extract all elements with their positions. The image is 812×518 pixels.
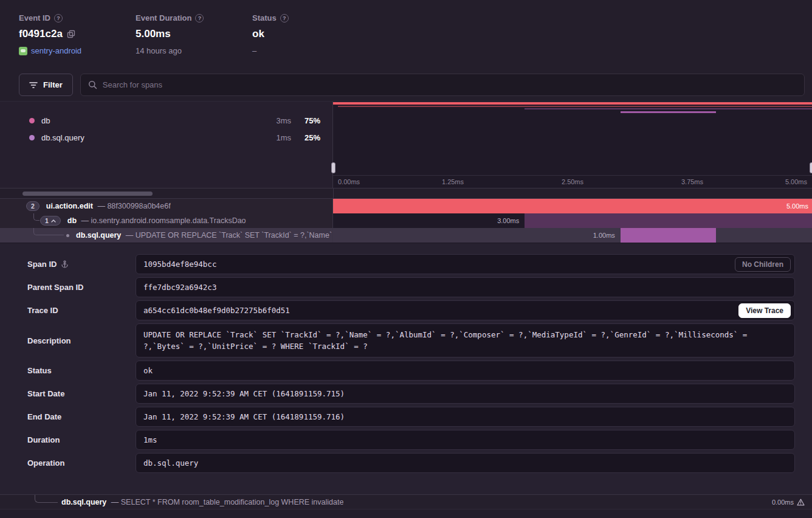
span-id-value: 1095bd4ef8e94bcc No Children [136, 254, 795, 274]
start-date-value: Jan 11, 2022 9:52:39 AM CET (1641891159.… [136, 384, 795, 404]
anchor-icon[interactable] [61, 260, 69, 268]
span-title: db.sql.query — SELECT * FROM room_table_… [61, 498, 343, 506]
detail-row-operation: Operation db.sql.query [27, 453, 795, 473]
minimap-span-db [525, 108, 812, 109]
ops-breakdown-row-db-sql-query[interactable]: db.sql.query 1ms 25% [0, 129, 332, 146]
span-children-badge[interactable]: 2 [26, 201, 40, 211]
project-row: sentry-android [19, 46, 136, 55]
detail-row-end-date: End Date Jan 11, 2022 9:52:39 AM CET (16… [27, 407, 795, 427]
minimap-handle-left[interactable] [331, 162, 335, 173]
description-value: UPDATE OR REPLACE `Track` SET `TrackId` … [136, 323, 795, 357]
event-id-value: f0491c2a [19, 28, 63, 40]
filter-icon [29, 81, 38, 89]
event-duration-label-row: Event Duration [136, 13, 252, 22]
help-icon[interactable] [195, 14, 204, 22]
no-children-button[interactable]: No Children [735, 257, 791, 272]
detail-row-description: Description UPDATE OR REPLACE `Track` SE… [27, 323, 795, 357]
event-id-value-row: f0491c2a [19, 28, 136, 40]
op-percentage: 25% [291, 133, 320, 142]
detail-label-text: Description [27, 331, 71, 351]
axis-tick: 0.00ms [338, 178, 360, 185]
op-name: db.sql.query [41, 133, 262, 142]
duration-text: 1ms [143, 435, 157, 444]
detail-label-text: Duration [27, 430, 60, 450]
help-icon[interactable] [280, 14, 289, 22]
event-id-label-row: Event ID [19, 13, 136, 22]
warning-icon [797, 499, 805, 506]
span-row-tree-cell: db.sql.query — UPDATE OR REPLACE `Track`… [0, 228, 333, 243]
detail-label-text: Start Date [27, 384, 64, 404]
status-sub: – [252, 46, 369, 55]
span-row-db-sql-query-selected[interactable]: db.sql.query — UPDATE OR REPLACE `Track`… [0, 228, 812, 243]
tree-connector [33, 213, 40, 221]
start-date-text: Jan 11, 2022 9:52:39 AM CET (1641891159.… [143, 389, 345, 398]
span-description: — 88f300998a0b4e6f [97, 202, 170, 210]
span-title: ui.action.edit — 88f300998a0b4e6f [46, 202, 171, 210]
view-trace-button[interactable]: View Trace [738, 303, 791, 318]
detail-label-text: Status [27, 361, 52, 381]
span-duration-bar[interactable] [621, 228, 717, 243]
detail-row-start-date: Start Date Jan 11, 2022 9:52:39 AM CET (… [27, 384, 795, 404]
event-duration-ago: 14 hours ago [136, 46, 252, 55]
span-duration-label: 3.00ms [497, 213, 519, 228]
operation-value: db.sql.query [136, 453, 795, 473]
ops-breakdown-row-db[interactable]: db 3ms 75% [0, 112, 332, 129]
trace-id-text: a654cc61dc0b48ef9d0b27275b6f0d51 [143, 306, 290, 315]
detail-label-text: Trace ID [27, 300, 58, 320]
filter-button[interactable]: Filter [19, 74, 73, 96]
search-input[interactable] [103, 80, 797, 89]
span-op: ui.action.edit [46, 202, 93, 210]
tree-connector [33, 228, 64, 235]
span-row-db[interactable]: 1 db — io.sentry.android.roomsample.data… [0, 213, 812, 228]
op-duration: 1ms [262, 133, 291, 142]
detail-label-text: Parent Span ID [27, 277, 83, 297]
project-link[interactable]: sentry-android [31, 46, 81, 55]
event-duration-column: Event Duration 5.00ms 14 hours ago [136, 13, 252, 68]
minimap-handle-right[interactable] [810, 162, 812, 173]
minimap-section: db 3ms 75% db.sql.query 1ms 25% 0.00ms 1… [0, 101, 812, 188]
span-row-ui-action-edit[interactable]: 2 ui.action.edit — 88f300998a0b4e6f 5.00… [0, 199, 812, 213]
horizontal-scrollbar[interactable] [22, 192, 153, 196]
detail-row-parent-span-id: Parent Span ID ffe7dbc92a6942c3 [27, 277, 795, 297]
event-id-label: Event ID [19, 13, 50, 22]
span-op: db.sql.query [76, 231, 121, 240]
parent-span-id-text: ffe7dbc92a6942c3 [143, 283, 216, 292]
detail-row-span-id: Span ID 1095bd4ef8e94bcc No Children [27, 254, 795, 274]
detail-row-duration: Duration 1ms [27, 430, 795, 450]
span-tree: 2 ui.action.edit — 88f300998a0b4e6f 5.00… [0, 199, 812, 243]
span-children-count: 2 [31, 202, 35, 210]
end-date-text: Jan 11, 2022 9:52:39 AM CET (1641891159.… [143, 412, 345, 421]
search-icon [88, 80, 97, 89]
minimap-span-db-sql-query [621, 111, 717, 113]
axis-tick: 3.75ms [681, 178, 703, 185]
help-icon[interactable] [54, 14, 63, 22]
span-id-text: 1095bd4ef8e94bcc [143, 260, 216, 269]
span-duration-bar[interactable]: 5.00ms [333, 199, 812, 213]
status-value: ok [136, 361, 795, 381]
parent-span-id-value: ffe7dbc92a6942c3 [136, 277, 795, 297]
detail-label: Span ID [27, 254, 136, 274]
span-op: db [67, 216, 77, 225]
detail-label-text: End Date [27, 407, 61, 427]
duration-value: 1ms [136, 430, 795, 450]
span-duration-label: 0.00ms [772, 499, 794, 506]
scroll-strip [0, 188, 812, 199]
op-percentage: 75% [291, 116, 320, 125]
status-column: Status ok – [252, 13, 369, 68]
description-text: UPDATE OR REPLACE `Track` SET `TrackId` … [143, 329, 787, 352]
span-children-badge[interactable]: 1 [40, 216, 61, 226]
span-description: — io.sentry.android.roomsample.data.Trac… [81, 216, 246, 225]
minimap-span-ui-action-child [338, 106, 812, 107]
span-row-bar-cell: 5.00ms [333, 199, 812, 213]
span-row-db-sql-query-select[interactable]: db.sql.query — SELECT * FROM room_table_… [0, 494, 812, 509]
op-duration: 3ms [262, 116, 291, 125]
span-duration-bar[interactable] [525, 213, 812, 228]
span-row-bar-cell: 1.00ms [333, 228, 812, 243]
tree-connector [35, 495, 58, 503]
span-title: db — io.sentry.android.roomsample.data.T… [67, 216, 246, 225]
minimap-chart[interactable]: 0.00ms 1.25ms 2.50ms 3.75ms 5.00ms [333, 102, 812, 188]
copy-icon[interactable] [67, 30, 75, 38]
end-date-value: Jan 11, 2022 9:52:39 AM CET (1641891159.… [136, 407, 795, 427]
op-name: db [41, 116, 262, 125]
minimap-span-ui-action [333, 102, 812, 105]
